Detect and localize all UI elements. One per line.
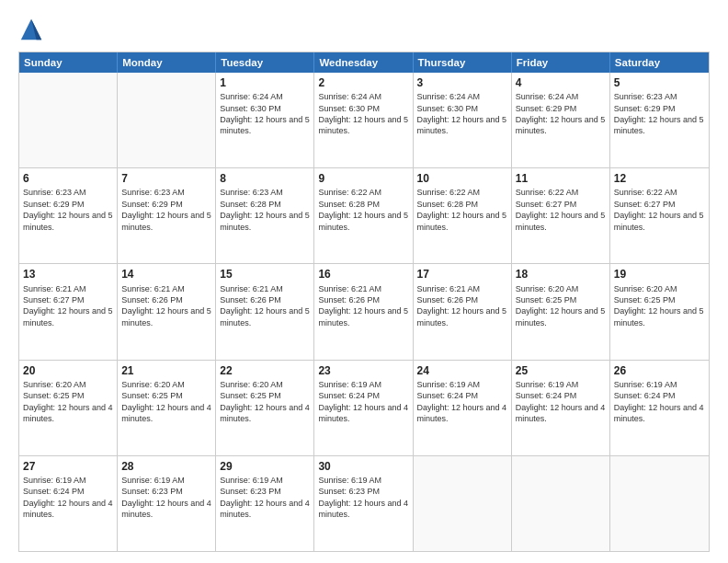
cell-content: Sunrise: 6:24 AM Sunset: 6:30 PM Dayligh… — [417, 91, 507, 137]
day-number: 3 — [417, 75, 507, 90]
cell-content: Sunrise: 6:19 AM Sunset: 6:23 PM Dayligh… — [121, 475, 211, 521]
cell-content: Sunrise: 6:19 AM Sunset: 6:24 PM Dayligh… — [614, 379, 705, 425]
logo — [18, 17, 48, 42]
calendar-cell — [19, 73, 118, 167]
day-number: 18 — [516, 267, 606, 282]
header — [18, 17, 710, 42]
cell-content: Sunrise: 6:20 AM Sunset: 6:25 PM Dayligh… — [614, 283, 705, 329]
cell-content: Sunrise: 6:21 AM Sunset: 6:27 PM Dayligh… — [23, 283, 113, 329]
calendar-cell — [414, 456, 512, 551]
cell-content: Sunrise: 6:19 AM Sunset: 6:24 PM Dayligh… — [516, 379, 606, 425]
calendar-cell — [512, 456, 610, 551]
day-number: 26 — [614, 363, 705, 378]
calendar-cell: 14Sunrise: 6:21 AM Sunset: 6:26 PM Dayli… — [118, 264, 216, 359]
calendar-cell: 2Sunrise: 6:24 AM Sunset: 6:30 PM Daylig… — [314, 73, 413, 167]
day-number: 7 — [121, 171, 211, 186]
day-number: 15 — [220, 267, 310, 282]
calendar-cell: 10Sunrise: 6:22 AM Sunset: 6:28 PM Dayli… — [414, 168, 512, 263]
calendar-cell — [118, 73, 216, 167]
day-number: 6 — [23, 171, 113, 186]
calendar-body: 1Sunrise: 6:24 AM Sunset: 6:30 PM Daylig… — [19, 73, 709, 551]
day-number: 21 — [121, 363, 211, 378]
day-number: 10 — [417, 171, 507, 186]
page: SundayMondayTuesdayWednesdayThursdayFrid… — [0, 0, 728, 563]
cell-content: Sunrise: 6:19 AM Sunset: 6:23 PM Dayligh… — [318, 475, 408, 521]
calendar-cell: 18Sunrise: 6:20 AM Sunset: 6:25 PM Dayli… — [512, 264, 610, 359]
day-number: 20 — [23, 363, 113, 378]
weekday-header-monday: Monday — [118, 52, 216, 73]
cell-content: Sunrise: 6:22 AM Sunset: 6:27 PM Dayligh… — [516, 187, 606, 233]
calendar-cell: 21Sunrise: 6:20 AM Sunset: 6:25 PM Dayli… — [118, 361, 216, 455]
calendar-row-4: 27Sunrise: 6:19 AM Sunset: 6:24 PM Dayli… — [19, 456, 709, 551]
weekday-header-saturday: Saturday — [610, 52, 709, 73]
cell-content: Sunrise: 6:19 AM Sunset: 6:24 PM Dayligh… — [417, 379, 507, 425]
cell-content: Sunrise: 6:24 AM Sunset: 6:30 PM Dayligh… — [318, 91, 408, 137]
day-number: 24 — [417, 363, 507, 378]
cell-content: Sunrise: 6:19 AM Sunset: 6:23 PM Dayligh… — [220, 475, 310, 521]
cell-content: Sunrise: 6:22 AM Sunset: 6:27 PM Dayligh… — [614, 187, 705, 233]
calendar-cell: 25Sunrise: 6:19 AM Sunset: 6:24 PM Dayli… — [512, 361, 610, 455]
day-number: 11 — [516, 171, 606, 186]
cell-content: Sunrise: 6:22 AM Sunset: 6:28 PM Dayligh… — [417, 187, 507, 233]
calendar-cell: 27Sunrise: 6:19 AM Sunset: 6:24 PM Dayli… — [19, 456, 118, 551]
calendar: SundayMondayTuesdayWednesdayThursdayFrid… — [18, 52, 710, 552]
calendar-cell: 7Sunrise: 6:23 AM Sunset: 6:29 PM Daylig… — [118, 168, 216, 263]
calendar-cell: 12Sunrise: 6:22 AM Sunset: 6:27 PM Dayli… — [610, 168, 709, 263]
cell-content: Sunrise: 6:21 AM Sunset: 6:26 PM Dayligh… — [220, 283, 310, 329]
weekday-header-sunday: Sunday — [19, 52, 118, 73]
day-number: 5 — [614, 75, 705, 90]
day-number: 25 — [516, 363, 606, 378]
day-number: 30 — [318, 459, 408, 474]
cell-content: Sunrise: 6:19 AM Sunset: 6:24 PM Dayligh… — [23, 475, 113, 521]
calendar-cell: 6Sunrise: 6:23 AM Sunset: 6:29 PM Daylig… — [19, 168, 118, 263]
day-number: 29 — [220, 459, 310, 474]
day-number: 28 — [121, 459, 211, 474]
calendar-row-0: 1Sunrise: 6:24 AM Sunset: 6:30 PM Daylig… — [19, 73, 709, 168]
day-number: 2 — [318, 75, 408, 90]
day-number: 9 — [318, 171, 408, 186]
cell-content: Sunrise: 6:20 AM Sunset: 6:25 PM Dayligh… — [516, 283, 606, 329]
day-number: 17 — [417, 267, 507, 282]
calendar-cell: 28Sunrise: 6:19 AM Sunset: 6:23 PM Dayli… — [118, 456, 216, 551]
cell-content: Sunrise: 6:20 AM Sunset: 6:25 PM Dayligh… — [220, 379, 310, 425]
day-number: 8 — [220, 171, 310, 186]
day-number: 19 — [614, 267, 705, 282]
calendar-row-2: 13Sunrise: 6:21 AM Sunset: 6:27 PM Dayli… — [19, 264, 709, 360]
cell-content: Sunrise: 6:22 AM Sunset: 6:28 PM Dayligh… — [318, 187, 408, 233]
weekday-header-tuesday: Tuesday — [216, 52, 314, 73]
calendar-cell: 1Sunrise: 6:24 AM Sunset: 6:30 PM Daylig… — [216, 73, 314, 167]
cell-content: Sunrise: 6:23 AM Sunset: 6:28 PM Dayligh… — [220, 187, 310, 233]
cell-content: Sunrise: 6:21 AM Sunset: 6:26 PM Dayligh… — [417, 283, 507, 329]
cell-content: Sunrise: 6:21 AM Sunset: 6:26 PM Dayligh… — [121, 283, 211, 329]
calendar-cell: 16Sunrise: 6:21 AM Sunset: 6:26 PM Dayli… — [314, 264, 413, 359]
calendar-cell: 17Sunrise: 6:21 AM Sunset: 6:26 PM Dayli… — [414, 264, 512, 359]
day-number: 23 — [318, 363, 408, 378]
calendar-cell: 30Sunrise: 6:19 AM Sunset: 6:23 PM Dayli… — [314, 456, 413, 551]
day-number: 22 — [220, 363, 310, 378]
calendar-cell: 23Sunrise: 6:19 AM Sunset: 6:24 PM Dayli… — [314, 361, 413, 455]
cell-content: Sunrise: 6:23 AM Sunset: 6:29 PM Dayligh… — [121, 187, 211, 233]
day-number: 13 — [23, 267, 113, 282]
day-number: 4 — [516, 75, 606, 90]
calendar-cell: 11Sunrise: 6:22 AM Sunset: 6:27 PM Dayli… — [512, 168, 610, 263]
day-number: 12 — [614, 171, 705, 186]
cell-content: Sunrise: 6:20 AM Sunset: 6:25 PM Dayligh… — [121, 379, 211, 425]
day-number: 27 — [23, 459, 113, 474]
calendar-cell: 19Sunrise: 6:20 AM Sunset: 6:25 PM Dayli… — [610, 264, 709, 359]
calendar-cell: 24Sunrise: 6:19 AM Sunset: 6:24 PM Dayli… — [414, 361, 512, 455]
calendar-cell: 22Sunrise: 6:20 AM Sunset: 6:25 PM Dayli… — [216, 361, 314, 455]
weekday-header-thursday: Thursday — [414, 52, 512, 73]
calendar-cell: 13Sunrise: 6:21 AM Sunset: 6:27 PM Dayli… — [19, 264, 118, 359]
cell-content: Sunrise: 6:23 AM Sunset: 6:29 PM Dayligh… — [614, 91, 705, 137]
calendar-row-1: 6Sunrise: 6:23 AM Sunset: 6:29 PM Daylig… — [19, 168, 709, 264]
calendar-row-3: 20Sunrise: 6:20 AM Sunset: 6:25 PM Dayli… — [19, 361, 709, 456]
cell-content: Sunrise: 6:20 AM Sunset: 6:25 PM Dayligh… — [23, 379, 113, 425]
weekday-header-friday: Friday — [512, 52, 610, 73]
calendar-cell — [610, 456, 709, 551]
day-number: 1 — [220, 75, 310, 90]
cell-content: Sunrise: 6:21 AM Sunset: 6:26 PM Dayligh… — [318, 283, 408, 329]
calendar-cell: 5Sunrise: 6:23 AM Sunset: 6:29 PM Daylig… — [610, 73, 709, 167]
calendar-cell: 29Sunrise: 6:19 AM Sunset: 6:23 PM Dayli… — [216, 456, 314, 551]
day-number: 16 — [318, 267, 408, 282]
cell-content: Sunrise: 6:24 AM Sunset: 6:30 PM Dayligh… — [220, 91, 310, 137]
